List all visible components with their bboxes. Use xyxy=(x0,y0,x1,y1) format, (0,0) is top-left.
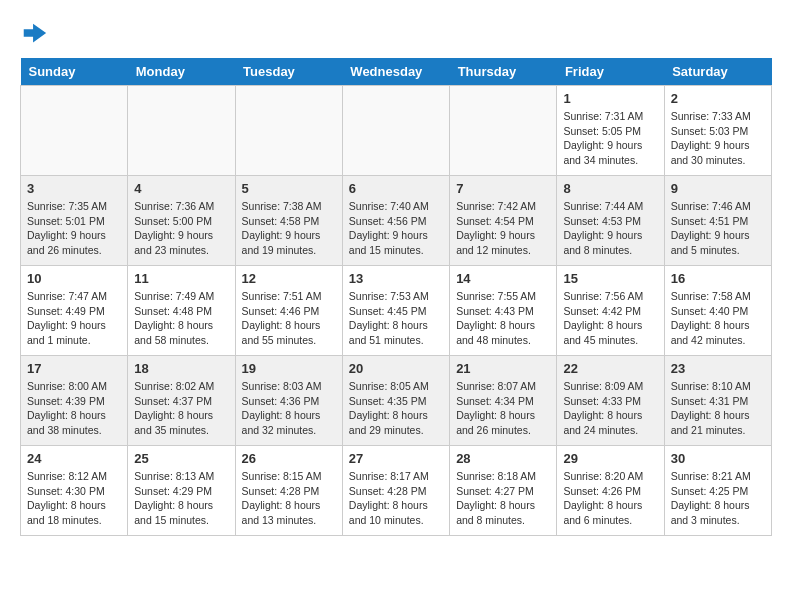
day-cell: 19Sunrise: 8:03 AM Sunset: 4:36 PM Dayli… xyxy=(235,356,342,446)
day-cell: 17Sunrise: 8:00 AM Sunset: 4:39 PM Dayli… xyxy=(21,356,128,446)
day-number: 20 xyxy=(349,361,443,376)
day-cell: 4Sunrise: 7:36 AM Sunset: 5:00 PM Daylig… xyxy=(128,176,235,266)
day-cell: 1Sunrise: 7:31 AM Sunset: 5:05 PM Daylig… xyxy=(557,86,664,176)
day-number: 18 xyxy=(134,361,228,376)
day-number: 17 xyxy=(27,361,121,376)
day-number: 24 xyxy=(27,451,121,466)
day-cell xyxy=(450,86,557,176)
calendar-header-row: SundayMondayTuesdayWednesdayThursdayFrid… xyxy=(21,58,772,86)
col-header-wednesday: Wednesday xyxy=(342,58,449,86)
col-header-friday: Friday xyxy=(557,58,664,86)
day-number: 13 xyxy=(349,271,443,286)
day-cell: 10Sunrise: 7:47 AM Sunset: 4:49 PM Dayli… xyxy=(21,266,128,356)
logo-icon xyxy=(20,20,48,48)
day-number: 11 xyxy=(134,271,228,286)
day-info: Sunrise: 7:53 AM Sunset: 4:45 PM Dayligh… xyxy=(349,289,443,348)
day-number: 30 xyxy=(671,451,765,466)
day-number: 23 xyxy=(671,361,765,376)
page-header xyxy=(20,20,772,48)
svg-marker-0 xyxy=(24,24,46,43)
day-info: Sunrise: 7:51 AM Sunset: 4:46 PM Dayligh… xyxy=(242,289,336,348)
day-number: 14 xyxy=(456,271,550,286)
day-number: 8 xyxy=(563,181,657,196)
day-info: Sunrise: 8:03 AM Sunset: 4:36 PM Dayligh… xyxy=(242,379,336,438)
day-info: Sunrise: 7:36 AM Sunset: 5:00 PM Dayligh… xyxy=(134,199,228,258)
day-cell: 15Sunrise: 7:56 AM Sunset: 4:42 PM Dayli… xyxy=(557,266,664,356)
day-cell: 13Sunrise: 7:53 AM Sunset: 4:45 PM Dayli… xyxy=(342,266,449,356)
day-cell: 5Sunrise: 7:38 AM Sunset: 4:58 PM Daylig… xyxy=(235,176,342,266)
day-number: 10 xyxy=(27,271,121,286)
day-number: 22 xyxy=(563,361,657,376)
week-row-5: 24Sunrise: 8:12 AM Sunset: 4:30 PM Dayli… xyxy=(21,446,772,536)
day-info: Sunrise: 8:12 AM Sunset: 4:30 PM Dayligh… xyxy=(27,469,121,528)
day-info: Sunrise: 8:09 AM Sunset: 4:33 PM Dayligh… xyxy=(563,379,657,438)
day-cell: 14Sunrise: 7:55 AM Sunset: 4:43 PM Dayli… xyxy=(450,266,557,356)
day-cell xyxy=(342,86,449,176)
day-number: 5 xyxy=(242,181,336,196)
col-header-tuesday: Tuesday xyxy=(235,58,342,86)
day-cell: 24Sunrise: 8:12 AM Sunset: 4:30 PM Dayli… xyxy=(21,446,128,536)
day-info: Sunrise: 7:58 AM Sunset: 4:40 PM Dayligh… xyxy=(671,289,765,348)
day-number: 27 xyxy=(349,451,443,466)
week-row-2: 3Sunrise: 7:35 AM Sunset: 5:01 PM Daylig… xyxy=(21,176,772,266)
day-info: Sunrise: 7:33 AM Sunset: 5:03 PM Dayligh… xyxy=(671,109,765,168)
day-number: 7 xyxy=(456,181,550,196)
day-info: Sunrise: 7:47 AM Sunset: 4:49 PM Dayligh… xyxy=(27,289,121,348)
day-number: 19 xyxy=(242,361,336,376)
day-number: 6 xyxy=(349,181,443,196)
day-info: Sunrise: 7:55 AM Sunset: 4:43 PM Dayligh… xyxy=(456,289,550,348)
day-cell: 18Sunrise: 8:02 AM Sunset: 4:37 PM Dayli… xyxy=(128,356,235,446)
col-header-sunday: Sunday xyxy=(21,58,128,86)
day-info: Sunrise: 8:20 AM Sunset: 4:26 PM Dayligh… xyxy=(563,469,657,528)
day-cell: 21Sunrise: 8:07 AM Sunset: 4:34 PM Dayli… xyxy=(450,356,557,446)
day-number: 9 xyxy=(671,181,765,196)
day-cell xyxy=(235,86,342,176)
day-info: Sunrise: 8:15 AM Sunset: 4:28 PM Dayligh… xyxy=(242,469,336,528)
day-info: Sunrise: 8:21 AM Sunset: 4:25 PM Dayligh… xyxy=(671,469,765,528)
day-cell: 20Sunrise: 8:05 AM Sunset: 4:35 PM Dayli… xyxy=(342,356,449,446)
day-number: 25 xyxy=(134,451,228,466)
day-cell xyxy=(128,86,235,176)
day-info: Sunrise: 8:18 AM Sunset: 4:27 PM Dayligh… xyxy=(456,469,550,528)
day-number: 15 xyxy=(563,271,657,286)
day-info: Sunrise: 8:02 AM Sunset: 4:37 PM Dayligh… xyxy=(134,379,228,438)
day-cell: 25Sunrise: 8:13 AM Sunset: 4:29 PM Dayli… xyxy=(128,446,235,536)
day-cell: 22Sunrise: 8:09 AM Sunset: 4:33 PM Dayli… xyxy=(557,356,664,446)
day-number: 16 xyxy=(671,271,765,286)
col-header-saturday: Saturday xyxy=(664,58,771,86)
day-info: Sunrise: 8:13 AM Sunset: 4:29 PM Dayligh… xyxy=(134,469,228,528)
week-row-1: 1Sunrise: 7:31 AM Sunset: 5:05 PM Daylig… xyxy=(21,86,772,176)
day-number: 21 xyxy=(456,361,550,376)
day-cell: 8Sunrise: 7:44 AM Sunset: 4:53 PM Daylig… xyxy=(557,176,664,266)
logo xyxy=(20,20,52,48)
day-cell: 2Sunrise: 7:33 AM Sunset: 5:03 PM Daylig… xyxy=(664,86,771,176)
day-cell: 11Sunrise: 7:49 AM Sunset: 4:48 PM Dayli… xyxy=(128,266,235,356)
day-cell: 12Sunrise: 7:51 AM Sunset: 4:46 PM Dayli… xyxy=(235,266,342,356)
day-info: Sunrise: 7:56 AM Sunset: 4:42 PM Dayligh… xyxy=(563,289,657,348)
day-info: Sunrise: 8:10 AM Sunset: 4:31 PM Dayligh… xyxy=(671,379,765,438)
day-cell: 29Sunrise: 8:20 AM Sunset: 4:26 PM Dayli… xyxy=(557,446,664,536)
day-info: Sunrise: 7:49 AM Sunset: 4:48 PM Dayligh… xyxy=(134,289,228,348)
day-info: Sunrise: 8:07 AM Sunset: 4:34 PM Dayligh… xyxy=(456,379,550,438)
day-number: 26 xyxy=(242,451,336,466)
day-info: Sunrise: 8:17 AM Sunset: 4:28 PM Dayligh… xyxy=(349,469,443,528)
day-info: Sunrise: 7:31 AM Sunset: 5:05 PM Dayligh… xyxy=(563,109,657,168)
day-info: Sunrise: 7:38 AM Sunset: 4:58 PM Dayligh… xyxy=(242,199,336,258)
day-info: Sunrise: 7:40 AM Sunset: 4:56 PM Dayligh… xyxy=(349,199,443,258)
day-cell: 30Sunrise: 8:21 AM Sunset: 4:25 PM Dayli… xyxy=(664,446,771,536)
day-cell xyxy=(21,86,128,176)
week-row-3: 10Sunrise: 7:47 AM Sunset: 4:49 PM Dayli… xyxy=(21,266,772,356)
day-info: Sunrise: 7:35 AM Sunset: 5:01 PM Dayligh… xyxy=(27,199,121,258)
day-number: 1 xyxy=(563,91,657,106)
day-cell: 7Sunrise: 7:42 AM Sunset: 4:54 PM Daylig… xyxy=(450,176,557,266)
day-cell: 28Sunrise: 8:18 AM Sunset: 4:27 PM Dayli… xyxy=(450,446,557,536)
week-row-4: 17Sunrise: 8:00 AM Sunset: 4:39 PM Dayli… xyxy=(21,356,772,446)
col-header-monday: Monday xyxy=(128,58,235,86)
day-cell: 27Sunrise: 8:17 AM Sunset: 4:28 PM Dayli… xyxy=(342,446,449,536)
day-number: 29 xyxy=(563,451,657,466)
day-number: 28 xyxy=(456,451,550,466)
day-info: Sunrise: 7:46 AM Sunset: 4:51 PM Dayligh… xyxy=(671,199,765,258)
day-info: Sunrise: 8:00 AM Sunset: 4:39 PM Dayligh… xyxy=(27,379,121,438)
day-info: Sunrise: 7:44 AM Sunset: 4:53 PM Dayligh… xyxy=(563,199,657,258)
day-number: 3 xyxy=(27,181,121,196)
